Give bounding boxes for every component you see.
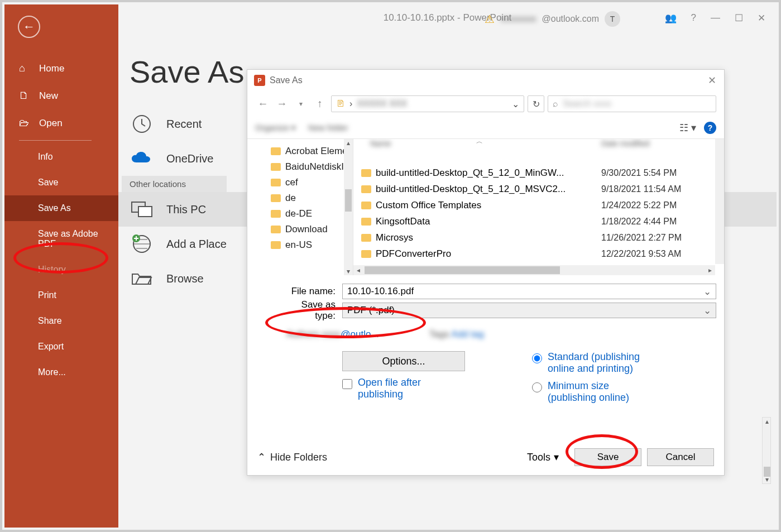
folder-icon: [361, 218, 371, 226]
save-as-type-select[interactable]: PDF (*.pdf)⌄: [342, 303, 716, 318]
file-row[interactable]: build-untitled-Desktop_Qt_5_12_0_MinGW..…: [353, 165, 724, 181]
optimize-minimum-row[interactable]: Minimum size (publishing online): [532, 380, 659, 404]
label: New: [39, 90, 58, 102]
help-icon[interactable]: ?: [691, 12, 696, 23]
file-scrollbar-h[interactable]: ◂▸: [353, 265, 715, 275]
sidebar-home[interactable]: ⌂Home: [4, 55, 118, 82]
dialog-titlebar: P Save As ✕: [247, 70, 724, 91]
tree-scrollbar[interactable]: ▴▾: [344, 139, 353, 275]
refresh-button[interactable]: ↻: [528, 95, 544, 112]
dialog-title: Save As: [270, 75, 303, 85]
tree-node[interactable]: BaiduNetdiskI: [247, 159, 353, 175]
sidebar-more[interactable]: More...: [4, 360, 118, 385]
file-name-label: File name:: [281, 286, 342, 297]
sidebar-new[interactable]: 🗋New: [4, 82, 118, 109]
sidebar-save-adobe[interactable]: Save as Adobe PDF: [4, 221, 118, 257]
help-icon[interactable]: ?: [704, 122, 716, 134]
nav-back-icon[interactable]: ←: [255, 98, 271, 110]
save-as-type-label: Save as type:: [281, 299, 342, 322]
file-row[interactable]: KingsoftData1/18/2022 4:44 PM: [353, 213, 724, 229]
maximize-icon[interactable]: ☐: [735, 12, 743, 24]
chevron-down-icon[interactable]: ⌄: [703, 286, 711, 298]
sidebar-print[interactable]: Print: [4, 282, 118, 308]
label: Home: [39, 63, 64, 74]
tree-node[interactable]: de-DE: [247, 206, 353, 222]
folder-icon: [361, 169, 371, 177]
save-as-dialog: P Save As ✕ ← → ▾ ↑ 🖹› XXXXX XXX ⌄ ↻ ⌕ S…: [247, 69, 725, 476]
sidebar-open[interactable]: 🗁Open: [4, 109, 118, 137]
file-name-input[interactable]: 10.10-10.16.pdf⌄: [342, 284, 716, 299]
file-row[interactable]: build-untitled-Desktop_Qt_5_12_0_MSVC2..…: [353, 181, 724, 197]
tree-node[interactable]: cef: [247, 175, 353, 190]
close-icon[interactable]: ✕: [758, 12, 765, 24]
organize-button[interactable]: Organize ▾: [255, 123, 296, 133]
backstage-sidebar: ← ⌂Home 🗋New 🗁Open Info Save Save As Sav…: [4, 4, 118, 528]
close-icon[interactable]: ✕: [708, 74, 716, 87]
view-icon[interactable]: ☷ ▾: [679, 122, 696, 134]
file-row[interactable]: Microsys11/26/2021 2:27 PM: [353, 229, 724, 246]
folder-icon: [271, 194, 281, 202]
address-bar[interactable]: 🖹› XXXXX XXX ⌄: [331, 95, 524, 112]
folder-icon: [361, 185, 371, 193]
file-scrollbar-v[interactable]: [715, 139, 724, 264]
tree-node[interactable]: en-US: [247, 237, 353, 253]
sidebar-save[interactable]: Save: [4, 170, 118, 195]
nav-toolbar: ← → ▾ ↑ 🖹› XXXXX XXX ⌄ ↻ ⌕ Search xxxx: [247, 91, 724, 117]
teams-icon[interactable]: 👥: [665, 12, 677, 24]
author-link[interactable]: @outlo...: [341, 329, 378, 339]
open-after-checkbox-row[interactable]: Open file after publishing: [342, 377, 465, 400]
folder-icon: 🖹: [336, 99, 345, 109]
chevron-down-icon: ▾: [554, 451, 559, 463]
search-input[interactable]: ⌕ Search xxxx: [548, 95, 716, 112]
account-area[interactable]: ⚠ xxxxxxxx@outlook.com T: [485, 11, 620, 27]
scroll-down-icon[interactable]: ▾: [763, 476, 772, 483]
label: Open: [39, 118, 63, 129]
sidebar-share[interactable]: Share: [4, 308, 118, 334]
sidebar-save-as[interactable]: Save As: [4, 195, 118, 221]
tags-value[interactable]: Add tag: [451, 329, 484, 339]
sort-indicator-icon[interactable]: ︿: [476, 139, 483, 146]
minimize-icon[interactable]: —: [711, 12, 720, 23]
file-row[interactable]: PDFConverterPro12/22/2021 9:53 AM: [353, 246, 724, 262]
folder-icon: [361, 250, 371, 258]
chevron-down-icon[interactable]: ⌄: [512, 99, 519, 109]
tags-label: Tags: [429, 329, 449, 339]
options-button[interactable]: Options...: [342, 351, 465, 371]
chevron-down-icon[interactable]: ⌄: [703, 305, 711, 317]
optimize-minimum-radio[interactable]: [532, 382, 542, 392]
file-row[interactable]: Custom Office Templates1/24/2022 5:22 PM: [353, 197, 724, 213]
avatar[interactable]: T: [605, 11, 620, 27]
cancel-button[interactable]: Cancel: [647, 448, 714, 466]
file-list[interactable]: NameDate modified ︿ build-untitled-Deskt…: [353, 139, 724, 275]
folder-tree[interactable]: Acrobat Eleme BaiduNetdiskI cef de de-DE…: [247, 139, 353, 275]
chevron-up-icon: ⌃: [257, 451, 266, 463]
nav-history-icon[interactable]: ▾: [293, 100, 309, 108]
tree-node[interactable]: Download: [247, 222, 353, 237]
back-button[interactable]: ←: [18, 16, 40, 38]
sidebar-export[interactable]: Export: [4, 334, 118, 360]
warning-icon: ⚠: [485, 12, 495, 26]
folder-icon: [271, 163, 281, 171]
nav-forward-icon[interactable]: →: [274, 98, 290, 110]
open-after-checkbox[interactable]: [342, 379, 352, 389]
optimize-standard-row[interactable]: Standard (publishing online and printing…: [532, 351, 659, 375]
user-email-blurred: xxxxxxxx: [500, 14, 536, 24]
save-button[interactable]: Save: [574, 448, 641, 466]
add-place-icon: [130, 234, 154, 254]
folder-icon: [271, 147, 281, 155]
hide-folders-button[interactable]: ⌃Hide Folders: [257, 451, 327, 463]
folder-icon: [361, 234, 371, 242]
sidebar-history: History: [4, 257, 118, 282]
tools-menu[interactable]: Tools▾: [527, 451, 559, 463]
optimize-standard-radio[interactable]: [532, 353, 542, 363]
other-locations-label: Other locations: [122, 176, 227, 192]
open-icon: 🗁: [19, 117, 31, 129]
nav-up-icon[interactable]: ↑: [312, 98, 328, 110]
scroll-up-icon[interactable]: ▴: [763, 418, 772, 425]
tree-node[interactable]: Acrobat Eleme: [247, 143, 353, 159]
page-scrollbar[interactable]: ▴ ▾: [762, 417, 771, 484]
sidebar-info[interactable]: Info: [4, 144, 118, 170]
tree-node[interactable]: de: [247, 190, 353, 206]
folder-icon: [271, 226, 281, 233]
new-folder-button[interactable]: New folder: [308, 123, 348, 132]
